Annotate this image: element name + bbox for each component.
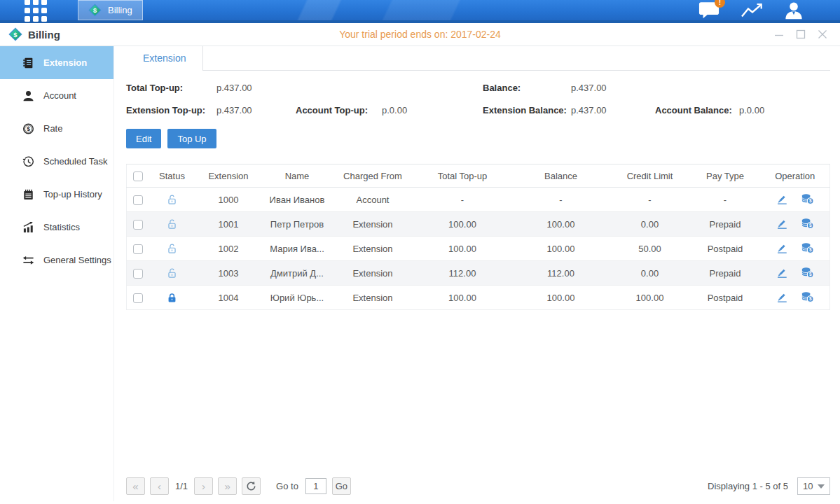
last-page-button[interactable]: » (218, 477, 237, 495)
row-checkbox[interactable] (133, 220, 143, 230)
go-button[interactable]: Go (332, 477, 351, 495)
app-launcher-icon[interactable] (25, 0, 47, 22)
balance-label: Balance: (483, 83, 571, 93)
extension-balance-label: Extension Balance: (483, 105, 571, 115)
cell-charged-from: Extension (333, 286, 413, 310)
col-pay-type: Pay Type (690, 164, 761, 188)
edit-button[interactable]: Edit (126, 129, 161, 148)
next-page-button[interactable]: › (194, 477, 213, 495)
taskbar-item-billing[interactable]: $ Billing (78, 0, 143, 20)
cell-pay-type: Prepaid (690, 212, 761, 237)
page-size-select[interactable]: 10 (797, 477, 830, 495)
cell-balance: 100.00 (512, 237, 610, 261)
row-checkbox[interactable] (133, 244, 143, 254)
clock-history-icon (22, 155, 34, 168)
top-up-row-icon[interactable]: $ (801, 241, 814, 256)
sidebar-item-topup-history[interactable]: Top-up History (0, 178, 113, 211)
svg-text:$: $ (93, 7, 97, 14)
row-checkbox[interactable] (133, 293, 143, 303)
cell-charged-from: Account (333, 188, 413, 212)
sidebar-item-scheduled-task[interactable]: Scheduled Task (0, 145, 113, 178)
cell-name: Дмитрий Д... (262, 261, 333, 286)
cell-charged-from: Extension (333, 261, 413, 286)
row-checkbox[interactable] (133, 195, 143, 205)
edit-row-icon[interactable] (776, 241, 788, 256)
pagination-bar: « ‹ 1/1 › » Go to Go Displaying 1 - 5 of… (126, 477, 830, 495)
cell-total-topup: 100.00 (413, 286, 512, 310)
cell-name: Петр Петров (262, 212, 333, 237)
sidebar-item-statistics[interactable]: Statistics (0, 211, 113, 244)
edit-row-icon[interactable] (776, 290, 788, 305)
cell-extension: 1000 (195, 188, 262, 212)
cell-balance: 112.00 (512, 261, 610, 286)
trial-notice: Your trial period ends on: 2017-02-24 (0, 29, 840, 40)
account-button[interactable] (784, 1, 804, 20)
taskbar-item-label: Billing (108, 5, 132, 15)
table-row[interactable]: 1004 Юрий Юрь... Extension 100.00 100.00… (127, 286, 830, 310)
cell-name: Иван Иванов (262, 188, 333, 212)
top-up-row-icon[interactable]: $ (801, 192, 814, 207)
first-page-button[interactable]: « (126, 477, 145, 495)
sidebar-item-label: Extension (43, 57, 87, 68)
sidebar-item-account[interactable]: Account (0, 79, 113, 112)
tab-bar-filler (203, 46, 830, 71)
summary-row-2: Extension Top-up: p.437.00 Account Top-u… (126, 105, 830, 115)
extension-topup-value: p.437.00 (216, 105, 296, 115)
select-all-checkbox[interactable] (133, 172, 143, 181)
cell-total-topup: 112.00 (413, 261, 512, 286)
cell-extension: 1004 (195, 286, 262, 310)
goto-page-input[interactable] (305, 478, 326, 494)
row-checkbox[interactable] (133, 269, 143, 279)
top-up-row-icon[interactable]: $ (801, 217, 814, 232)
cell-extension: 1003 (195, 261, 262, 286)
extension-table: Status Extension Name Charged From Total… (126, 164, 830, 310)
col-balance: Balance (512, 164, 610, 188)
tab-extension[interactable]: Extension (126, 46, 203, 71)
swap-arrows-icon (22, 254, 34, 267)
table-row[interactable]: 1001 Петр Петров Extension 100.00 100.00… (127, 212, 830, 237)
table-row[interactable]: 1000 Иван Иванов Account - - - - (127, 188, 830, 212)
sidebar-item-extension[interactable]: Extension (0, 46, 113, 79)
close-button[interactable] (818, 29, 827, 39)
page-indicator: 1/1 (175, 481, 188, 491)
cell-pay-type: Prepaid (690, 261, 761, 286)
top-up-row-icon[interactable]: $ (801, 266, 814, 281)
account-topup-label: Account Top-up: (296, 105, 382, 115)
refresh-icon (246, 481, 256, 491)
sidebar-item-label: Scheduled Task (43, 156, 108, 167)
cell-name: Мария Ива... (262, 237, 333, 261)
table-body: 1000 Иван Иванов Account - - - - (127, 188, 830, 310)
prev-page-button[interactable]: ‹ (150, 477, 169, 495)
top-up-button[interactable]: Top Up (167, 129, 216, 148)
reports-button[interactable] (741, 2, 763, 19)
sidebar-item-label: General Settings (43, 255, 111, 265)
person-icon (22, 90, 34, 102)
sidebar-item-rate[interactable]: $ Rate (0, 112, 113, 145)
cell-credit-limit: 50.00 (610, 237, 690, 261)
status-lock-icon (166, 242, 178, 253)
tab-bar: Extension (126, 46, 830, 71)
maximize-button[interactable] (796, 29, 806, 39)
sidebar-item-general-settings[interactable]: General Settings (0, 244, 113, 276)
svg-text:$: $ (808, 247, 811, 253)
dollar-circle-icon: $ (22, 122, 34, 135)
refresh-button[interactable] (242, 477, 261, 495)
top-up-row-icon[interactable]: $ (801, 290, 814, 305)
extension-balance-value: p.437.00 (571, 105, 655, 115)
window-titlebar: $ Billing Your trial period ends on: 201… (0, 23, 840, 46)
goto-label: Go to (276, 481, 298, 491)
edit-row-icon[interactable] (776, 266, 788, 281)
edit-row-icon[interactable] (776, 217, 788, 232)
col-extension: Extension (195, 164, 262, 188)
sidebar-item-label: Rate (43, 123, 62, 134)
table-row[interactable]: 1003 Дмитрий Д... Extension 112.00 112.0… (127, 261, 830, 286)
edit-row-icon[interactable] (776, 192, 788, 207)
notification-badge: ! (715, 0, 725, 8)
cell-pay-type: Postpaid (690, 237, 761, 261)
sidebar: Extension Account $ Rate Scheduled Task (0, 46, 114, 501)
minimize-button[interactable] (774, 29, 784, 39)
cell-total-topup: - (413, 188, 512, 212)
table-row[interactable]: 1002 Мария Ива... Extension 100.00 100.0… (127, 237, 830, 261)
messages-button[interactable]: ! (698, 1, 719, 19)
balance-value: p.437.00 (571, 83, 607, 93)
